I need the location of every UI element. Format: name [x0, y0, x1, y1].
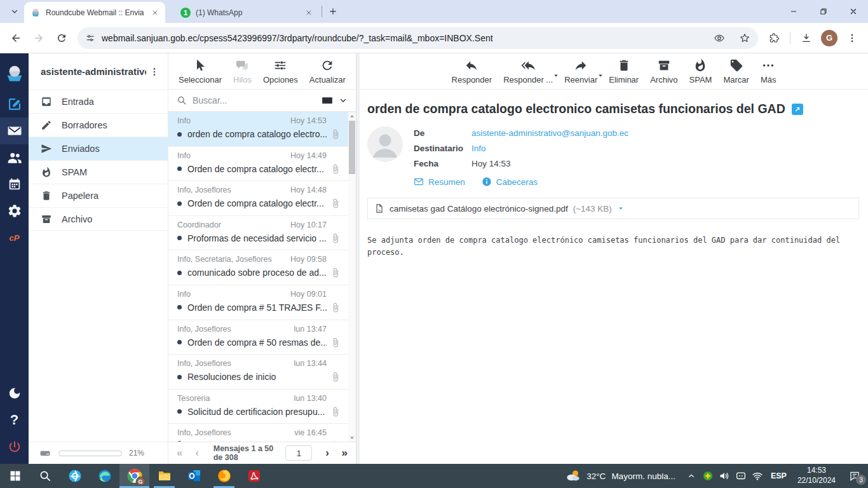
taskbar-acrobat-button[interactable] [239, 464, 269, 488]
dropdown-caret-icon[interactable] [552, 72, 560, 81]
darkmode-button[interactable] [0, 380, 29, 407]
last-page-button[interactable]: » [340, 447, 349, 459]
minimize-button[interactable] [778, 0, 808, 23]
options-button[interactable]: Opciones [259, 58, 302, 85]
logout-button[interactable] [0, 433, 29, 460]
forward-button[interactable] [28, 27, 50, 49]
tab-close-icon[interactable] [303, 7, 314, 18]
settings-nav-button[interactable] [0, 198, 29, 224]
taskbar-firefox-button[interactable] [209, 464, 239, 488]
profile-button[interactable]: G [821, 30, 837, 46]
page-number-input[interactable] [285, 445, 312, 461]
summary-link[interactable]: Resumen [414, 177, 465, 187]
bookmark-button[interactable] [735, 29, 754, 48]
taskbar-ie-button[interactable] [60, 464, 90, 488]
folder-item-borradores[interactable]: Borradores [29, 113, 168, 137]
headers-link[interactable]: Cabeceras [482, 177, 538, 187]
tray-volume-button[interactable] [716, 464, 733, 488]
taskbar-explorer-button[interactable] [149, 464, 179, 488]
search-scope-icon[interactable] [322, 95, 333, 106]
dropdown-caret-icon[interactable] [597, 72, 604, 81]
message-body-area: orden de compra catalogo electronico cam… [360, 90, 868, 464]
restore-button[interactable] [808, 0, 838, 23]
contacts-nav-button[interactable] [0, 144, 29, 171]
language-indicator[interactable]: ESP [766, 471, 792, 480]
reading-mode-button[interactable] [710, 29, 729, 48]
roundcube-logo[interactable] [0, 59, 29, 88]
mark-button[interactable]: Marcar [719, 58, 753, 85]
reply-button[interactable]: Responder [447, 58, 497, 85]
back-button[interactable] [5, 27, 27, 49]
folder-item-entrada[interactable]: Entrada [29, 90, 168, 113]
taskbar-edge-button[interactable] [90, 464, 119, 488]
scrollbar-thumb[interactable] [349, 121, 355, 174]
folder-item-archivo[interactable]: Archivo [29, 207, 168, 231]
refresh-button[interactable]: Actualizar [305, 58, 350, 85]
tray-meetnow-button[interactable] [733, 464, 749, 488]
search-bar[interactable]: Buscar... [168, 90, 356, 112]
clock-widget[interactable]: 14:53 22/10/2024 [792, 466, 841, 485]
tray-network-button[interactable] [749, 464, 766, 488]
message-row[interactable]: InfoHoy 09:01Orden de compra # 51 TRAJES… [168, 285, 356, 320]
message-row[interactable]: InfoHoy 14:49Orden de compra catalogo el… [168, 147, 356, 182]
browser-menu-button[interactable] [841, 27, 863, 49]
tab-roundcube[interactable]: Roundcube Webmail :: Enviados [24, 2, 165, 23]
threads-button[interactable]: Hilos [229, 58, 256, 85]
tab-close-icon[interactable] [149, 7, 160, 18]
taskbar-chrome-button[interactable]: G [119, 464, 149, 488]
message-row[interactable]: Tesorerialun 13:40Solicitud de certifica… [168, 390, 356, 424]
reload-button[interactable] [51, 27, 72, 49]
help-button[interactable]: ? [0, 407, 29, 433]
start-button[interactable] [0, 464, 30, 488]
address-bar[interactable]: webmail.sanjuan.gob.ec/cpsess5423996997/… [78, 27, 758, 49]
tab-whatsapp[interactable]: 1 (1) WhatsApp [174, 2, 319, 23]
list-scrollbar[interactable] [348, 112, 356, 442]
message-row[interactable]: Info, Josefloreslun 13:47Orden de compra… [168, 320, 356, 355]
open-external-button[interactable] [792, 104, 803, 115]
reply-all-button[interactable]: Responder ... [499, 58, 557, 85]
search-input[interactable]: Buscar... [193, 95, 316, 105]
select-button[interactable]: Seleccionar [174, 58, 226, 85]
archive-button[interactable]: Archivo [646, 58, 682, 85]
folder-item-spam[interactable]: SPAM [29, 160, 168, 184]
delete-button[interactable]: Eliminar [604, 58, 643, 85]
close-button[interactable] [838, 0, 868, 23]
first-page-button[interactable]: « [175, 447, 184, 459]
notification-center-button[interactable]: 3 [841, 464, 868, 488]
prev-page-button[interactable]: ‹ [192, 447, 201, 459]
spam-button[interactable]: SPAM [685, 58, 717, 85]
header-value[interactable]: asistente-administrativo@sanjuan.gob.ec [471, 128, 628, 138]
scroll-up-icon[interactable] [348, 112, 356, 120]
new-tab-button[interactable] [325, 3, 341, 20]
folders-menu-button[interactable] [146, 64, 163, 80]
cpanel-button[interactable]: cP [0, 224, 29, 251]
folder-item-enviados[interactable]: Enviados [29, 137, 168, 160]
tray-expand-button[interactable] [683, 464, 700, 488]
more-button[interactable]: Más [756, 58, 781, 85]
forward-button[interactable]: Reenviar [560, 58, 602, 85]
mail-nav-button[interactable] [0, 118, 29, 144]
message-row[interactable]: Info, Josefloresvie 16:45 [168, 424, 356, 442]
message-row[interactable]: InfoHoy 14:53orden de compra catalogo el… [168, 112, 356, 147]
message-row[interactable]: CoordinadorHoy 10:17Proformas de necesid… [168, 216, 356, 251]
next-page-button[interactable]: › [322, 447, 332, 459]
message-row[interactable]: Info, Secretaria, JosefloresHoy 09:58com… [168, 250, 356, 285]
message-row[interactable]: Info, Josefloreslun 13:44Resoluciones de… [168, 355, 356, 390]
tray-antivirus-icon[interactable] [700, 464, 716, 488]
chevron-down-icon[interactable] [339, 96, 348, 105]
calendar-nav-button[interactable] [0, 171, 29, 198]
attachment-item[interactable]: camisetas gad Catálogo electrónico-signe… [367, 198, 859, 219]
compose-button[interactable] [0, 91, 29, 118]
downloads-button[interactable] [796, 27, 817, 49]
folder-item-papelera[interactable]: Papelera [29, 184, 168, 207]
message-row[interactable]: Info, JosefloresHoy 14:48Orden de compra… [168, 181, 356, 216]
weather-widget[interactable]: 32°C Mayorm. nubla... [558, 464, 683, 488]
taskbar-outlook-button[interactable] [179, 464, 209, 488]
site-settings-icon[interactable] [85, 33, 95, 43]
header-value[interactable]: Info [471, 144, 486, 153]
tab-search-button[interactable] [6, 3, 23, 20]
attachment-menu-icon[interactable] [617, 205, 625, 212]
scroll-down-icon[interactable] [348, 434, 356, 442]
taskbar-search-button[interactable] [30, 464, 60, 488]
extensions-button[interactable] [763, 27, 785, 49]
